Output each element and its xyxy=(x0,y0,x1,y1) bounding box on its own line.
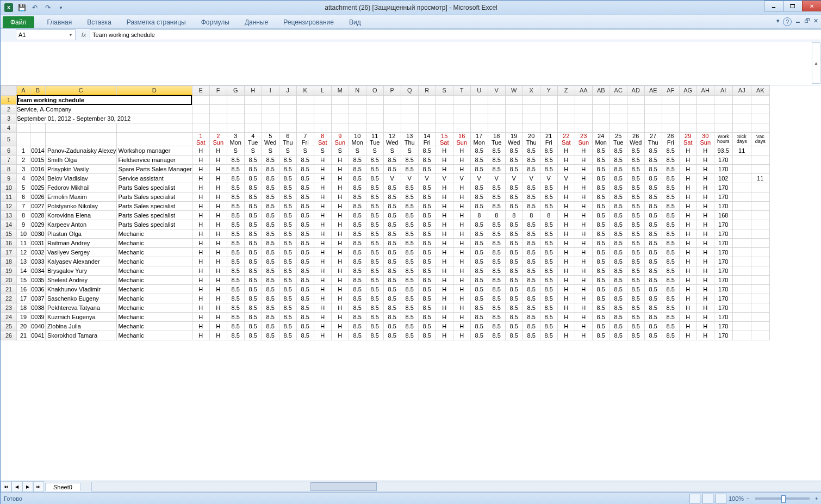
day-cell[interactable]: 8.5 xyxy=(523,202,540,211)
day-cell[interactable]: 8.5 xyxy=(401,331,418,340)
day-cell[interactable]: 8.5 xyxy=(470,276,488,285)
day-cell[interactable]: H xyxy=(436,303,453,313)
day-cell[interactable]: 8.5 xyxy=(644,155,662,165)
day-cell[interactable]: 8.5 xyxy=(540,266,557,276)
day-cell[interactable]: 8.5 xyxy=(418,239,436,248)
day-cell[interactable]: H xyxy=(331,285,349,294)
day-cell[interactable]: 8.5 xyxy=(592,146,609,155)
day-header-cell[interactable]: 10Mon xyxy=(349,133,366,146)
day-cell[interactable]: H xyxy=(575,331,592,340)
column-header[interactable]: I xyxy=(262,86,279,96)
day-cell[interactable]: H xyxy=(331,211,349,220)
day-cell[interactable]: 8.5 xyxy=(488,192,505,202)
day-cell[interactable]: H xyxy=(209,322,227,331)
day-cell[interactable]: H xyxy=(436,331,453,340)
vac-days-cell[interactable] xyxy=(751,202,769,211)
day-cell[interactable]: 8.5 xyxy=(401,155,418,165)
day-cell[interactable]: H xyxy=(314,257,331,266)
totals-header-cell[interactable]: Sickdays xyxy=(732,133,751,146)
day-cell[interactable]: H xyxy=(679,239,696,248)
day-cell[interactable]: 8.5 xyxy=(227,174,244,183)
cell[interactable]: 19 xyxy=(17,313,30,322)
work-hours-cell[interactable]: 170 xyxy=(714,266,732,276)
cell[interactable] xyxy=(732,95,751,105)
day-cell[interactable]: 8.5 xyxy=(262,229,279,239)
day-header-cell[interactable]: 27Thu xyxy=(644,133,662,146)
day-cell[interactable]: 8.5 xyxy=(418,248,436,257)
day-cell[interactable]: 8.5 xyxy=(383,294,401,303)
row-header[interactable]: 25 xyxy=(1,322,17,331)
day-cell[interactable]: H xyxy=(192,266,209,276)
cell[interactable]: 0016 xyxy=(30,165,46,174)
day-cell[interactable]: H xyxy=(696,313,714,322)
day-cell[interactable]: 8.5 xyxy=(488,294,505,303)
cell[interactable] xyxy=(401,114,418,123)
day-cell[interactable]: H xyxy=(575,183,592,192)
day-cell[interactable]: 8.5 xyxy=(383,331,401,340)
day-cell[interactable]: 8.5 xyxy=(505,313,523,322)
cell[interactable] xyxy=(453,105,470,114)
day-header-cell[interactable]: 24Mon xyxy=(592,133,609,146)
day-cell[interactable]: H xyxy=(679,257,696,266)
day-cell[interactable]: 8.5 xyxy=(279,155,296,165)
day-cell[interactable]: 8.5 xyxy=(470,322,488,331)
day-cell[interactable]: 8.5 xyxy=(644,229,662,239)
day-cell[interactable]: 8.5 xyxy=(662,220,679,229)
day-cell[interactable]: 8.5 xyxy=(401,229,418,239)
row-header[interactable]: 9 xyxy=(1,174,17,183)
fx-button[interactable]: fx xyxy=(78,32,90,38)
column-header[interactable]: AK xyxy=(751,86,769,96)
employee-name-cell[interactable]: Kuzmich Eugenya xyxy=(46,313,117,322)
day-cell[interactable]: H xyxy=(314,192,331,202)
cell[interactable] xyxy=(751,95,769,105)
day-cell[interactable]: 8.5 xyxy=(383,285,401,294)
column-header[interactable]: T xyxy=(453,86,470,96)
day-cell[interactable]: H xyxy=(679,183,696,192)
day-cell[interactable]: 8.5 xyxy=(488,146,505,155)
vac-days-cell[interactable] xyxy=(751,211,769,220)
day-cell[interactable]: 8.5 xyxy=(470,183,488,192)
sick-days-cell[interactable] xyxy=(732,313,751,322)
day-cell[interactable]: 8.5 xyxy=(244,183,262,192)
day-header-cell[interactable]: 22Sat xyxy=(557,133,575,146)
day-cell[interactable]: V xyxy=(383,174,401,183)
day-cell[interactable]: H xyxy=(575,239,592,248)
day-cell[interactable]: 8.5 xyxy=(279,331,296,340)
sick-days-cell[interactable] xyxy=(732,229,751,239)
cell[interactable] xyxy=(470,95,488,105)
day-cell[interactable]: 8.5 xyxy=(244,294,262,303)
day-cell[interactable]: 8.5 xyxy=(609,183,627,192)
app-icon[interactable]: X xyxy=(3,2,15,13)
day-cell[interactable]: H xyxy=(696,322,714,331)
day-cell[interactable]: H xyxy=(679,248,696,257)
day-cell[interactable]: 8.5 xyxy=(279,183,296,192)
day-cell[interactable]: 8.5 xyxy=(366,313,383,322)
day-header-cell[interactable]: 12Wed xyxy=(383,133,401,146)
day-cell[interactable]: H xyxy=(209,192,227,202)
vac-days-cell[interactable] xyxy=(751,294,769,303)
employee-name-cell[interactable]: Polstyanko Nikolay xyxy=(46,202,117,211)
day-cell[interactable]: H xyxy=(557,183,575,192)
day-cell[interactable]: 8.5 xyxy=(644,266,662,276)
day-cell[interactable]: 8.5 xyxy=(296,211,314,220)
day-cell[interactable]: H xyxy=(575,266,592,276)
day-cell[interactable]: 8.5 xyxy=(540,165,557,174)
day-cell[interactable]: S xyxy=(279,146,296,155)
day-cell[interactable]: 8.5 xyxy=(505,303,523,313)
column-header[interactable]: AH xyxy=(696,86,714,96)
day-cell[interactable]: 8.5 xyxy=(296,174,314,183)
cell[interactable]: 0026 xyxy=(30,192,46,202)
day-cell[interactable]: 8.5 xyxy=(349,248,366,257)
cell[interactable] xyxy=(696,105,714,114)
day-cell[interactable]: 8.5 xyxy=(488,229,505,239)
day-cell[interactable]: H xyxy=(679,331,696,340)
cell[interactable] xyxy=(209,95,227,105)
cell[interactable] xyxy=(592,105,609,114)
day-cell[interactable]: H xyxy=(696,248,714,257)
work-hours-cell[interactable]: 170 xyxy=(714,303,732,313)
day-cell[interactable]: S xyxy=(262,146,279,155)
day-cell[interactable]: 8.5 xyxy=(505,146,523,155)
cell[interactable]: 18 xyxy=(17,303,30,313)
day-cell[interactable]: 8.5 xyxy=(401,220,418,229)
cell[interactable]: 0025 xyxy=(30,183,46,192)
